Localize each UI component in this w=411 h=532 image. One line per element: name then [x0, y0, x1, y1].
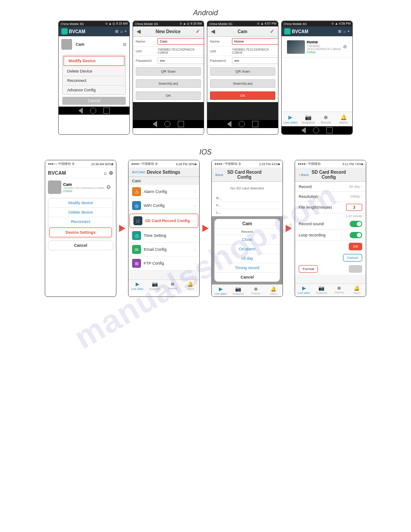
- ios-delete-device[interactable]: Delete device: [48, 208, 113, 217]
- search-icon-4: ⌕: [343, 29, 346, 34]
- ios-search-icon[interactable]: ⌕: [104, 170, 107, 176]
- cam-thumb: [287, 40, 305, 54]
- format-button[interactable]: Format: [299, 265, 318, 273]
- advance-config-item[interactable]: Advance Config: [63, 86, 125, 94]
- gear-icon[interactable]: ⚙: [123, 42, 127, 47]
- ios-p3-back[interactable]: Back: [215, 173, 223, 177]
- settings-ftp[interactable]: ⊞ FTP Config ›: [128, 257, 199, 270]
- ios-add-icon[interactable]: ⊕: [109, 170, 113, 176]
- modal-close[interactable]: Close: [214, 235, 280, 245]
- nav-bar-2: [133, 120, 204, 128]
- search-lan-button-3[interactable]: Search(Lan): [210, 79, 275, 88]
- record-sound-label: Record sound: [299, 222, 350, 226]
- home-nav-icon-4[interactable]: [313, 127, 319, 133]
- logo-icon: [61, 28, 68, 34]
- loop-recording-toggle[interactable]: [350, 232, 362, 238]
- confirm-icon[interactable]: ✓: [196, 28, 200, 34]
- ios-device-settings[interactable]: Device Settings: [49, 227, 112, 237]
- tab-snapshot[interactable]: 📷 Snapshot: [300, 113, 317, 125]
- uid-value-3: YMDBB2-7E1C242FA0C9-C2B04I: [232, 48, 275, 54]
- password-label-3: Password: [210, 59, 230, 63]
- settings-alarm-config[interactable]: ⚠ Alarm Config ›: [128, 185, 199, 199]
- ios-gear-icon[interactable]: ⚙: [106, 184, 111, 190]
- ios-section: IOS ●●●○○ 中国移动 令 10:38 AM 80%■ BVCAM ⌕ ⊕: [4, 148, 407, 297]
- ios-tab-alarm-4[interactable]: 🔔 Alarm: [348, 285, 366, 294]
- qr-scan-button-3[interactable]: QR Scan: [210, 67, 275, 76]
- recents-nav-icon[interactable]: [103, 107, 110, 114]
- back-nav-icon-3[interactable]: [227, 121, 231, 127]
- uid-label-3: UID: [210, 49, 230, 53]
- tab-alarm[interactable]: 🔔 Alarm: [335, 113, 353, 125]
- record-sound-toggle[interactable]: [350, 221, 362, 227]
- ios-cam-info: Cam YMDBB2-7E1C242FA0C9-C2B04I Online: [63, 182, 104, 193]
- file-length-input[interactable]: [346, 204, 362, 211]
- ios-tab-bar-3: ▶ Live video 📷 Snapshot ⏺ Record 🔔 Alarm: [212, 284, 283, 296]
- confirm-icon-3[interactable]: ✓: [270, 28, 274, 34]
- ios-tab-alarm-2[interactable]: 🔔 Alarm: [182, 281, 200, 290]
- config-cancel-button[interactable]: Cancel: [343, 254, 362, 262]
- home-nav-icon-2[interactable]: [164, 121, 171, 127]
- ios-tab-snapshot-2[interactable]: 📷 Snapshot: [146, 281, 164, 290]
- ios-settings-section-title: Cam: [128, 177, 199, 185]
- ios-tab-live-2[interactable]: ▶ Live video: [128, 281, 146, 290]
- home-nav-icon-3[interactable]: [239, 121, 245, 127]
- settings-wifi-config[interactable]: ◎ WiFi Config ›: [128, 199, 199, 213]
- ok-button-3[interactable]: OK: [210, 91, 275, 100]
- ios-cancel-button[interactable]: Cancel: [48, 240, 113, 250]
- ios-snapshot-icon-3: 📷: [230, 286, 248, 292]
- ios-cam-section: Cam YMDBB2-7E1C242FA0C9-C2B04I Online ⚙: [45, 178, 116, 196]
- password-input[interactable]: [158, 57, 204, 64]
- form-title: New Device: [156, 29, 181, 34]
- ios-phone-1: ●●●○○ 中国移动 令 10:38 AM 80%■ BVCAM ⌕ ⊕ Cam: [45, 160, 116, 297]
- modal-cancel[interactable]: Cancel: [214, 273, 280, 282]
- reconnect-item[interactable]: Reconnect: [63, 76, 125, 86]
- ios-tab-live-4[interactable]: ▶ Live video: [295, 285, 313, 294]
- record-config-row: Record All day ›: [295, 182, 366, 192]
- back-icon-3[interactable]: ◀: [211, 28, 215, 34]
- back-nav-icon-4[interactable]: [301, 127, 306, 133]
- name-input[interactable]: [158, 38, 204, 45]
- qr-scan-button[interactable]: QR Scan: [136, 67, 201, 76]
- recents-nav-icon-3[interactable]: [252, 121, 258, 127]
- ios-modify-device[interactable]: Modify device: [48, 198, 113, 208]
- name-input-3[interactable]: [232, 38, 278, 45]
- recents-nav-icon-2[interactable]: [178, 121, 184, 127]
- ios-p4-back[interactable]: ‹ Back: [299, 173, 309, 177]
- settings-email[interactable]: ✉ Email Config ›: [128, 243, 199, 257]
- ok-button[interactable]: OK: [136, 91, 201, 100]
- delete-device-item[interactable]: Delete Device: [63, 67, 125, 76]
- recents-nav-icon-4[interactable]: [326, 127, 333, 133]
- modal-on-alarm[interactable]: On alarm: [214, 245, 280, 254]
- config-ok-button[interactable]: OK: [349, 243, 362, 250]
- ios-tab-snapshot-3[interactable]: 📷 Snapshot: [230, 286, 248, 295]
- back-nav-icon[interactable]: [78, 107, 83, 114]
- modal-timing-record[interactable]: Timing record: [214, 263, 280, 273]
- grid-icon: ⊞: [115, 29, 119, 34]
- modify-device-item[interactable]: Modify Device: [64, 56, 124, 66]
- ios-tab-record-3[interactable]: ⏺ Record: [247, 286, 265, 295]
- ios-record-icon: ⏺: [164, 281, 182, 287]
- ios-tab-alarm-3[interactable]: 🔔 Alarm: [265, 286, 283, 295]
- settings-time[interactable]: ◷ Time Setting ›: [128, 229, 199, 243]
- password-input-3[interactable]: [232, 57, 278, 64]
- ios-tab-live-3[interactable]: ▶ Live video: [212, 286, 230, 295]
- android-p3-form-header: ◀ Cam ✓: [207, 26, 278, 37]
- modal-all-day[interactable]: All day: [214, 254, 280, 263]
- tab-record[interactable]: ⏺ Record: [317, 113, 335, 125]
- ios-tab-record-4[interactable]: ⏺ Record: [330, 285, 348, 294]
- ios-reconnect[interactable]: Reconnect: [48, 217, 113, 227]
- android-p2-form-header: ◀ New Device ✓: [133, 26, 204, 37]
- home-nav-icon[interactable]: [90, 107, 96, 114]
- cancel-button[interactable]: Cancel: [62, 97, 126, 105]
- gear-icon-4[interactable]: ⚙: [343, 44, 347, 49]
- back-icon[interactable]: ◀: [137, 28, 141, 34]
- cam-info: Home YMDBB2-7E1C242FA0C9-C2B04I Online: [307, 40, 341, 54]
- ios-tab-snapshot-4[interactable]: 📷 Snapshot: [313, 285, 331, 294]
- settings-sd-card[interactable]: □ SD Card Record Config ›: [129, 214, 198, 228]
- ios-p2-back[interactable]: BVCAM: [132, 170, 145, 174]
- tab-live-video[interactable]: ▶ Live video: [282, 113, 300, 125]
- cam-item: Cam ⚙: [59, 36, 129, 53]
- back-nav-icon-2[interactable]: [153, 121, 157, 127]
- ios-tab-record-2[interactable]: ⏺ Record: [164, 281, 182, 290]
- search-lan-button[interactable]: Search(Lan): [136, 79, 201, 88]
